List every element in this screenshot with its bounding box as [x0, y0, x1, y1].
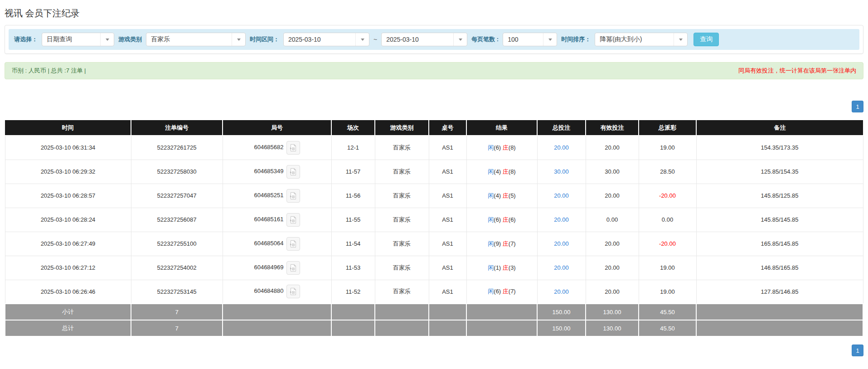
- sort-select-value: 降冪(由大到小): [595, 35, 674, 44]
- cell-total-bet[interactable]: 20.00: [537, 136, 586, 160]
- cell-bet-id: 522327255100: [131, 232, 223, 256]
- filter-panel: 请选择： 日期查询 游戏类别 百家乐 时间区间： 2025-03-10 ~ 20…: [5, 25, 863, 54]
- cell-session: 11-52: [331, 280, 375, 304]
- video-record-button[interactable]: [286, 213, 300, 227]
- cell-game-type: 百家乐: [375, 280, 429, 304]
- cell-time: 2025-03-10 06:28:24: [5, 208, 131, 232]
- total-bet-link[interactable]: 20.00: [554, 288, 569, 295]
- cell-result: 闲(6) 庄(6): [466, 208, 537, 232]
- round-id-text: 604685161: [254, 216, 283, 223]
- total-empty-round: [223, 320, 331, 336]
- video-record-button[interactable]: [286, 165, 300, 179]
- round-id-text: 604685251: [254, 192, 283, 199]
- video-record-button[interactable]: [286, 261, 300, 275]
- caret-down-icon[interactable]: [543, 33, 557, 46]
- table-row: 2025-03-10 06:27:49522327255100604685064…: [5, 232, 863, 256]
- cell-game-type: 百家乐: [375, 256, 429, 280]
- round-id-text: 604684969: [254, 264, 283, 271]
- subtotal-empty-result: [466, 304, 537, 320]
- caret-down-icon[interactable]: [232, 33, 245, 46]
- cell-payout: 19.00: [639, 256, 696, 280]
- total-bet-link[interactable]: 20.00: [554, 192, 569, 199]
- bet-records-table: 时间注单编号局号场次游戏类别桌号结果总投注有效投注总派彩备注 2025-03-1…: [5, 120, 863, 337]
- video-record-button[interactable]: [286, 141, 300, 155]
- page-1-button[interactable]: 1: [852, 345, 863, 356]
- caret-down-icon[interactable]: [453, 33, 467, 46]
- cell-payout: 0.00: [639, 208, 696, 232]
- cell-note: 127.85/146.85: [696, 280, 863, 304]
- cell-note: 165.85/145.85: [696, 232, 863, 256]
- cell-time: 2025-03-10 06:29:32: [5, 160, 131, 184]
- cell-total-bet[interactable]: 20.00: [537, 208, 586, 232]
- table-row: 2025-03-10 06:27:12522327254002604684969…: [5, 256, 863, 280]
- page-1-button[interactable]: 1: [852, 101, 863, 112]
- pagination-bottom: 1: [5, 345, 863, 356]
- result-player-label: 闲: [488, 192, 494, 199]
- total-empty-note: [696, 320, 863, 336]
- result-player-score: (1): [494, 264, 501, 271]
- cell-round-id: 604685064: [223, 232, 331, 256]
- date-from-select[interactable]: 2025-03-10: [283, 33, 369, 46]
- total-bet-link[interactable]: 20.00: [554, 240, 569, 247]
- cell-bet-id: 522327257047: [131, 184, 223, 208]
- table-row: 2025-03-10 06:31:34522327261725604685682…: [5, 136, 863, 160]
- result-player-score: (4): [494, 192, 501, 199]
- cell-result: 闲(6) 庄(8): [466, 136, 537, 160]
- video-record-icon: [290, 240, 297, 248]
- game-type-select[interactable]: 百家乐: [146, 33, 246, 46]
- result-player-label: 闲: [488, 216, 494, 223]
- cell-game-type: 百家乐: [375, 136, 429, 160]
- cell-payout: 19.00: [639, 136, 696, 160]
- game-type-select-value: 百家乐: [146, 35, 232, 44]
- cell-table-no: AS1: [429, 256, 466, 280]
- caret-down-icon[interactable]: [674, 33, 687, 46]
- cell-bet-id: 522327256087: [131, 208, 223, 232]
- cell-total-bet[interactable]: 20.00: [537, 184, 586, 208]
- total-bet-link[interactable]: 20.00: [554, 264, 569, 271]
- cell-valid-bet: 20.00: [586, 256, 639, 280]
- table-row: 2025-03-10 06:28:24522327256087604685161…: [5, 208, 863, 232]
- col-header-payout: 总派彩: [639, 120, 696, 136]
- cell-total-bet[interactable]: 30.00: [537, 160, 586, 184]
- cell-total-bet[interactable]: 20.00: [537, 232, 586, 256]
- cell-total-bet[interactable]: 20.00: [537, 256, 586, 280]
- cell-session: 12-1: [331, 136, 375, 160]
- total-empty-result: [466, 320, 537, 336]
- cell-valid-bet: 20.00: [586, 136, 639, 160]
- sort-select[interactable]: 降冪(由大到小): [595, 33, 688, 46]
- video-record-button[interactable]: [286, 237, 300, 251]
- cell-bet-id: 522327253145: [131, 280, 223, 304]
- caret-down-icon[interactable]: [355, 33, 369, 46]
- video-record-icon: [290, 192, 297, 200]
- query-button[interactable]: 查询: [693, 33, 719, 46]
- result-banker-label: 庄: [503, 240, 509, 247]
- cell-valid-bet: 20.00: [586, 184, 639, 208]
- subtotal-payout: 45.50: [639, 304, 696, 320]
- caret-down-icon[interactable]: [100, 33, 114, 46]
- date-to-select[interactable]: 2025-03-10: [381, 33, 467, 46]
- cell-game-type: 百家乐: [375, 160, 429, 184]
- subtotal-total-bet: 150.00: [537, 304, 586, 320]
- cell-table-no: AS1: [429, 160, 466, 184]
- result-player-label: 闲: [488, 288, 494, 295]
- col-header-total_bet: 总投注: [537, 120, 586, 136]
- summary-notice: 同局有效投注，统一计算在该局第一张注单内: [738, 67, 856, 75]
- cell-round-id: 604685682: [223, 136, 331, 160]
- video-record-button[interactable]: [286, 189, 300, 203]
- date-to-value: 2025-03-10: [382, 36, 453, 43]
- cell-round-id: 604685161: [223, 208, 331, 232]
- page-size-value: 100: [503, 36, 543, 43]
- total-bet-link[interactable]: 20.00: [554, 216, 569, 223]
- cell-round-id: 604685349: [223, 160, 331, 184]
- mode-select[interactable]: 日期查询: [42, 33, 114, 46]
- total-bet-link[interactable]: 30.00: [554, 168, 569, 175]
- cell-total-bet[interactable]: 20.00: [537, 280, 586, 304]
- payout-value: 0.00: [662, 216, 673, 223]
- video-record-button[interactable]: [286, 285, 300, 298]
- cell-time: 2025-03-10 06:26:46: [5, 280, 131, 304]
- cell-bet-id: 522327258030: [131, 160, 223, 184]
- tilde-separator: ~: [373, 36, 377, 43]
- total-bet-link[interactable]: 20.00: [554, 144, 569, 151]
- result-banker-label: 庄: [503, 192, 509, 199]
- page-size-select[interactable]: 100: [503, 33, 557, 46]
